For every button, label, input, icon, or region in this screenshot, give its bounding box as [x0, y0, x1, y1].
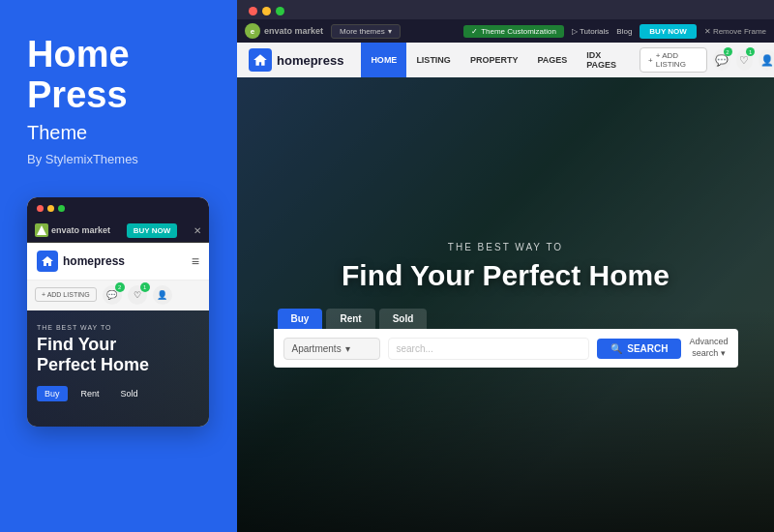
envato-market-text: envato market	[264, 26, 323, 36]
envato-circle-icon: e	[245, 23, 260, 39]
add-listing-button[interactable]: + + ADD LISTING	[640, 47, 707, 73]
search-section: Buy Rent Sold Apartments ▾ search... 🔍 S…	[274, 309, 738, 367]
mobile-mockup: envato market BUY NOW ✕ homepress ≡ + AD…	[27, 197, 209, 427]
right-panel: e envato market More themes ▾ ✓ Theme Cu…	[237, 0, 774, 532]
hero-eyebrow: THE BEST WAY TO	[342, 242, 670, 252]
homepress-name: homepress	[277, 53, 343, 68]
nav-right: + + ADD LISTING 💬 2 ♡ 1 👤	[640, 47, 774, 73]
search-icon: 🔍	[610, 343, 622, 354]
nav-favorites-badge: 1	[746, 47, 755, 56]
nav-link-home[interactable]: HOME	[361, 43, 406, 77]
nav-favorites-icon[interactable]: ♡ 1	[736, 49, 754, 71]
mobile-messages-icon[interactable]: 💬 2	[103, 285, 122, 305]
buy-now-button[interactable]: BUY NOW	[640, 24, 697, 39]
search-button[interactable]: 🔍 SEARCH	[597, 339, 681, 359]
homepress-icon	[249, 48, 272, 72]
hero-title: Find Your Perfect Home	[342, 258, 670, 293]
homepress-logo: homepress	[249, 48, 343, 72]
search-input[interactable]: search...	[388, 338, 590, 360]
property-type-dropdown[interactable]: Apartments ▾	[283, 338, 380, 360]
browser-dot-red[interactable]	[249, 7, 257, 15]
browser-title-bar	[237, 0, 774, 19]
mobile-tab-rent[interactable]: Rent	[74, 386, 107, 401]
blog-link[interactable]: Blog	[616, 27, 632, 36]
search-tab-rent[interactable]: Rent	[326, 309, 374, 329]
mobile-search-tabs: Buy Rent Sold	[37, 386, 199, 401]
mobile-tab-sold[interactable]: Sold	[113, 386, 146, 401]
remove-frame-button[interactable]: ✕ Remove Frame	[704, 27, 766, 36]
more-themes-button[interactable]: More themes ▾	[331, 24, 401, 39]
nav-messages-badge: 2	[724, 47, 732, 56]
dot-yellow	[47, 205, 54, 212]
mobile-top-bar	[27, 197, 209, 220]
dropdown-chevron-icon: ▾	[345, 343, 350, 354]
hero-area: THE BEST WAY TO Find Your Perfect Home B…	[237, 77, 774, 532]
site-nav: homepress HOME LISTING PROPERTY PAGES ID…	[237, 43, 774, 77]
nav-user-icon[interactable]: 👤	[759, 49, 774, 71]
browser-dot-green[interactable]	[276, 7, 284, 15]
mobile-close-icon[interactable]: ✕	[194, 225, 201, 236]
hero-content: THE BEST WAY TO Find Your Perfect Home	[342, 242, 670, 293]
mobile-favorites-icon[interactable]: ♡ 1	[128, 285, 147, 305]
search-tab-buy[interactable]: Buy	[278, 309, 323, 329]
main-title: Home Press	[27, 35, 130, 116]
messages-badge: 2	[115, 282, 125, 292]
play-icon: ▷	[572, 27, 578, 36]
right-inner: e envato market More themes ▾ ✓ Theme Cu…	[237, 0, 774, 532]
check-icon: ✓	[471, 27, 478, 36]
browser-dot-yellow[interactable]	[262, 7, 271, 15]
envato-bar: e envato market More themes ▾ ✓ Theme Cu…	[237, 19, 774, 43]
mobile-homepress-logo: homepress	[37, 251, 125, 272]
subtitle: Theme	[27, 122, 87, 144]
envato-market-logo: e envato market	[245, 23, 323, 39]
theme-customization-button[interactable]: ✓ Theme Customization	[463, 25, 564, 38]
hamburger-icon[interactable]: ≡	[192, 253, 199, 269]
plus-icon: +	[648, 56, 653, 65]
mobile-add-listing-button[interactable]: + ADD LISTING	[35, 287, 97, 302]
mobile-hero: THE BEST WAY TO Find Your Perfect Home B…	[27, 310, 209, 427]
dot-green	[58, 205, 65, 212]
nav-link-listing[interactable]: LISTING	[406, 43, 461, 77]
nav-links: HOME LISTING PROPERTY PAGES IDX PAGES	[361, 43, 626, 77]
mobile-action-bar: + ADD LISTING 💬 2 ♡ 1 👤	[27, 280, 209, 310]
mobile-envato-bar: envato market BUY NOW ✕	[27, 220, 209, 243]
author: By StylemixThemes	[27, 152, 138, 166]
favorites-badge: 1	[140, 282, 150, 292]
nav-link-pages[interactable]: PAGES	[527, 43, 577, 77]
search-tab-sold[interactable]: Sold	[379, 309, 428, 329]
chevron-down-icon: ▾	[388, 27, 392, 36]
left-panel: Home Press Theme By StylemixThemes envat…	[0, 0, 237, 532]
mobile-hero-title: Find Your Perfect Home	[37, 335, 199, 376]
dot-red	[37, 205, 44, 212]
tutorials-link[interactable]: ▷ Tutorials	[572, 27, 609, 36]
nav-link-property[interactable]: PROPERTY	[461, 43, 528, 77]
mobile-dots	[37, 205, 65, 212]
mobile-buy-button[interactable]: BUY NOW	[127, 223, 178, 238]
search-tabs: Buy Rent Sold	[278, 309, 738, 329]
nav-link-idx-pages[interactable]: IDX PAGES	[577, 43, 626, 77]
advanced-search-button[interactable]: Advanced search ▾	[689, 337, 728, 359]
envato-icon	[35, 223, 48, 237]
mobile-hero-eyebrow: THE BEST WAY TO	[37, 324, 199, 331]
search-bar: Apartments ▾ search... 🔍 SEARCH Advanced…	[274, 329, 738, 367]
mobile-envato-logo: envato market	[35, 223, 110, 237]
homepress-icon-sm	[37, 251, 58, 272]
mobile-nav: homepress ≡	[27, 243, 209, 280]
mobile-tab-buy[interactable]: Buy	[37, 386, 68, 401]
mobile-user-icon[interactable]: 👤	[153, 285, 172, 305]
close-icon: ✕	[704, 27, 711, 36]
nav-messages-icon[interactable]: 💬 2	[713, 49, 730, 71]
